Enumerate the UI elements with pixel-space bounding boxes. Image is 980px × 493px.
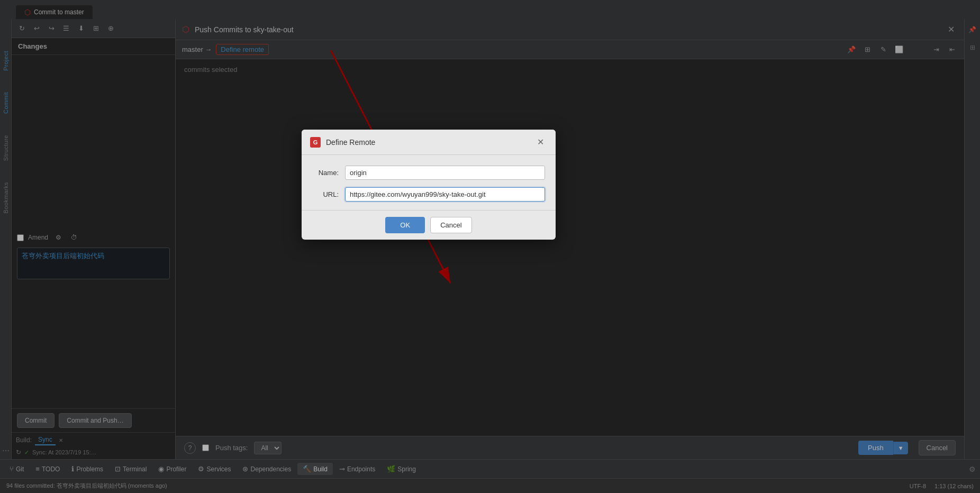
dialog-title-bar: G Define Remote ✕ [302,130,556,155]
dialog-close-button[interactable]: ✕ [534,136,547,148]
ide-container: ⬡ Commit to master Project Commit Struct… [0,0,980,493]
url-input[interactable] [345,187,545,202]
name-field-row: Name: [312,166,545,180]
dialog-footer: OK Cancel [302,210,556,240]
name-label: Name: [312,169,339,177]
dialog-title-icon: G [310,137,321,148]
name-input[interactable] [345,166,545,180]
dialog-cancel-button[interactable]: Cancel [430,217,471,233]
url-label: URL: [312,190,339,198]
dialog-body: Name: URL: [302,155,556,210]
dialog-icon-text: G [313,139,318,145]
modal-backdrop: G Define Remote ✕ Name: URL: OK Cancel [0,0,980,493]
ok-button[interactable]: OK [385,217,425,233]
url-field-row: URL: [312,187,545,202]
define-remote-dialog: G Define Remote ✕ Name: URL: OK Cancel [302,130,556,240]
dialog-title-text: Define Remote [326,138,529,147]
